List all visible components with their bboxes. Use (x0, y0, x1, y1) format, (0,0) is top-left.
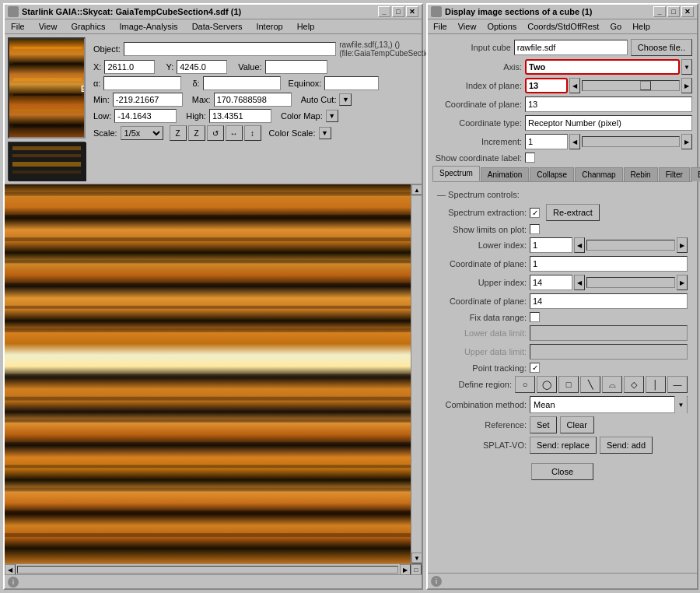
rp-menu-view[interactable]: View (456, 21, 479, 32)
show-coord-checkbox[interactable] (525, 153, 535, 163)
vertical-scrollbar[interactable]: ▲ ▼ (411, 184, 422, 563)
menu-view[interactable]: View (36, 21, 61, 32)
object-input[interactable] (124, 42, 336, 56)
region-line-btn[interactable]: ╲ (580, 376, 600, 393)
max-input[interactable] (214, 93, 292, 107)
right-close-btn[interactable]: ✕ (681, 6, 694, 17)
clear-btn[interactable]: Clear (560, 416, 594, 433)
menu-help[interactable]: Help (294, 21, 318, 32)
region-ellipse-btn[interactable]: ◯ (537, 376, 557, 393)
delta-input[interactable] (203, 76, 281, 90)
lower-index-left-btn[interactable]: ◀ (574, 237, 585, 253)
x-input[interactable] (104, 60, 155, 74)
region-hline-btn[interactable]: — (667, 376, 688, 393)
svg-rect-10 (12, 154, 81, 157)
index-left-btn[interactable]: ◀ (569, 78, 580, 93)
coord-type-input[interactable] (525, 115, 692, 131)
rp-menu-options[interactable]: Options (485, 21, 519, 32)
scroll-right-btn[interactable]: ▶ (400, 564, 411, 575)
minimize-btn[interactable]: _ (378, 6, 390, 17)
upper-index-left-btn[interactable]: ◀ (574, 275, 585, 290)
coord-plane-lower-input[interactable] (530, 256, 688, 272)
zoom-btn[interactable]: Z (188, 125, 205, 141)
increment-right-btn[interactable]: ▶ (681, 134, 692, 149)
coord-type-label: Coordinate type: (432, 118, 522, 128)
rp-menu-coords[interactable]: Coords/StdOffRest (525, 21, 601, 32)
coord-plane-upper-input[interactable] (530, 293, 688, 309)
increment-input[interactable] (525, 134, 568, 149)
choose-file-btn[interactable]: Choose file.. (631, 39, 692, 56)
spectrum-extraction-checkbox[interactable] (530, 208, 540, 218)
maximize-btn[interactable]: □ (392, 6, 404, 17)
tab-collapse[interactable]: Collapse (530, 167, 574, 181)
alpha-input[interactable] (103, 76, 181, 90)
right-maximize-btn[interactable]: □ (667, 6, 680, 17)
scroll-down-btn[interactable]: ▼ (411, 553, 422, 563)
lower-index-right-btn[interactable]: ▶ (677, 237, 688, 253)
tab-spectrum[interactable]: Spectrum (432, 166, 480, 181)
tab-rebin[interactable]: Rebin (624, 167, 658, 181)
delta-label: δ: (192, 79, 199, 88)
combination-method-arrow[interactable]: ▼ (674, 396, 687, 413)
color-scale-btn[interactable]: ▼ (319, 127, 331, 139)
point-tracking-checkbox[interactable] (530, 363, 540, 373)
re-extract-btn[interactable]: Re-extract (546, 204, 600, 221)
color-map-btn[interactable]: ▼ (326, 110, 338, 122)
scroll-up-btn[interactable]: ▲ (411, 184, 422, 195)
high-input[interactable] (209, 109, 271, 123)
show-limits-checkbox[interactable] (530, 224, 540, 234)
increment-left-btn[interactable]: ◀ (569, 134, 580, 149)
coord-of-plane-label: Coordinate of plane: (432, 100, 522, 109)
value-label: Value: (238, 62, 261, 72)
auto-cut-btn[interactable]: ▼ (339, 93, 352, 106)
tab-filter[interactable]: Filter (659, 167, 690, 181)
index-input[interactable] (525, 78, 568, 93)
close-dialog-btn[interactable]: Close (531, 463, 593, 480)
menu-interop[interactable]: Interop (253, 21, 285, 32)
rp-menu-go[interactable]: Go (607, 21, 624, 32)
fix-data-range-checkbox[interactable] (530, 312, 540, 322)
scale-select[interactable]: 1/5x (121, 126, 163, 140)
low-input[interactable] (114, 109, 177, 123)
menu-file[interactable]: File (8, 21, 28, 32)
send-replace-btn[interactable]: Send: replace (530, 437, 597, 454)
rp-menu-file[interactable]: File (431, 21, 450, 32)
y-input[interactable] (177, 60, 227, 74)
index-right-btn[interactable]: ▶ (681, 78, 692, 93)
lower-index-input[interactable] (530, 237, 572, 253)
menu-graphics[interactable]: Graphics (68, 21, 108, 32)
coord-of-plane-input[interactable] (525, 96, 692, 112)
region-polygon-btn[interactable]: ⌓ (602, 376, 622, 393)
menu-image-analysis[interactable]: Image-Analysis (116, 21, 180, 32)
region-diamond-btn[interactable]: ◇ (624, 376, 644, 393)
value-input[interactable] (265, 60, 327, 74)
axis-input[interactable] (525, 59, 680, 75)
menu-data-servers[interactable]: Data-Servers (189, 21, 246, 32)
axis-arrow-btn[interactable]: ▼ (681, 59, 692, 75)
scroll-left-btn[interactable]: ◀ (5, 564, 16, 575)
tab-baseline[interactable]: Baseline (691, 167, 700, 181)
upper-index-input[interactable] (530, 275, 572, 290)
close-btn-left[interactable]: ✕ (406, 6, 418, 17)
flip-v-btn[interactable]: ↕ (244, 125, 261, 141)
region-circle-btn[interactable]: ○ (515, 376, 535, 393)
region-vline-btn[interactable]: │ (646, 376, 666, 393)
set-btn[interactable]: Set (530, 416, 557, 433)
flip-h-btn[interactable]: ↔ (226, 125, 243, 141)
min-input[interactable] (113, 93, 183, 107)
rp-menu-help[interactable]: Help (630, 21, 653, 32)
zoom-fit-btn[interactable]: Z (170, 125, 187, 141)
equinox-input[interactable] (324, 76, 379, 90)
horizontal-scrollbar[interactable]: ◀ ▶ □ (5, 563, 422, 574)
send-add-btn[interactable]: Send: add (600, 437, 653, 454)
upper-index-right-btn[interactable]: ▶ (677, 275, 688, 290)
main-image-area[interactable] (5, 184, 411, 563)
right-minimize-btn[interactable]: _ (653, 6, 666, 17)
rotate-btn[interactable]: ↺ (207, 125, 224, 141)
define-region-row: Define region: ○ ◯ □ ╲ ⌓ ◇ │ — (437, 376, 688, 393)
tab-animation[interactable]: Animation (481, 167, 529, 181)
region-rect-btn[interactable]: □ (558, 376, 579, 393)
combination-method-select[interactable]: Mean ▼ (530, 396, 688, 413)
input-cube-input[interactable] (514, 40, 628, 55)
tab-chanmap[interactable]: Chanmap (575, 167, 622, 181)
